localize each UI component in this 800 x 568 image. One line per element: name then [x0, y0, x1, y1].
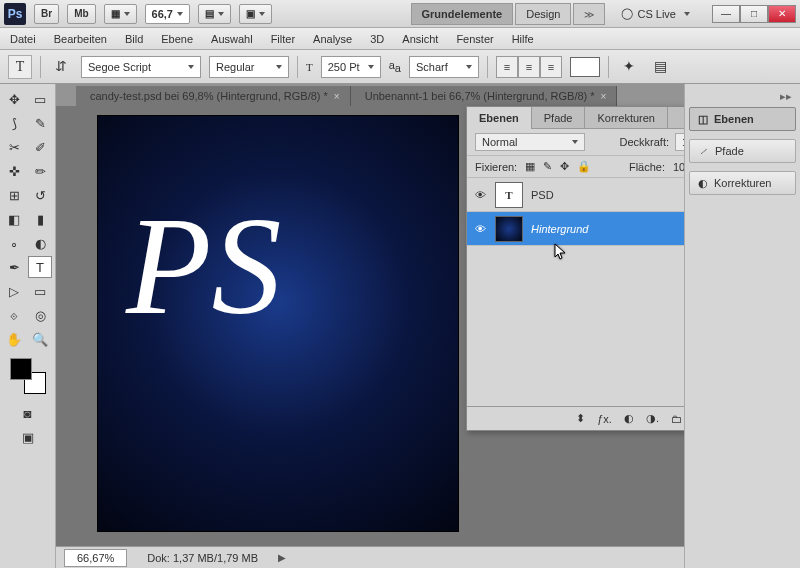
opacity-field[interactable]: 100%	[675, 133, 684, 151]
screenmode-tool[interactable]: ▣	[16, 426, 40, 448]
dodge-tool[interactable]: ◐	[28, 232, 52, 254]
close-tab-icon[interactable]: ×	[601, 91, 607, 102]
font-size-field[interactable]: 250 Pt	[321, 56, 381, 78]
blend-mode-field[interactable]: Normal	[475, 133, 585, 151]
minibridge-button[interactable]: Mb	[67, 4, 95, 24]
lock-all-icon[interactable]: 🔒	[577, 160, 591, 173]
menu-hilfe[interactable]: Hilfe	[512, 33, 534, 45]
eyedropper-tool[interactable]: ✐	[28, 136, 52, 158]
layer-thumbnail[interactable]	[495, 216, 523, 242]
zoom-level-field[interactable]: 66,7	[145, 4, 190, 24]
quickmask-button[interactable]: ◙	[16, 402, 40, 424]
warp-text-button[interactable]: ✦	[617, 55, 641, 79]
bridge-button[interactable]: Br	[34, 4, 59, 24]
workspace-tab-design[interactable]: Design	[515, 3, 571, 25]
menu-bild[interactable]: Bild	[125, 33, 143, 45]
align-right-button[interactable]: ≡	[540, 56, 562, 78]
eraser-tool[interactable]: ◧	[2, 208, 26, 230]
panel-tab-pfade[interactable]: Pfade	[532, 107, 586, 129]
dock-button-korrekturen[interactable]: ◐Korrekturen	[689, 171, 796, 195]
font-style-field[interactable]: Regular	[209, 56, 289, 78]
panel-tab-korrekturen[interactable]: Korrekturen	[585, 107, 667, 129]
tools-palette: ✥▭ ⟆✎ ✂✐ ✜✏ ⊞↺ ◧▮ ∘◐ ✒T ▷▭ ⟐◎ ✋🔍 ◙ ▣	[0, 84, 56, 568]
layer-row[interactable]: 👁 T PSD	[467, 178, 684, 212]
align-left-button[interactable]: ≡	[496, 56, 518, 78]
window-maximize-button[interactable]: □	[740, 5, 768, 23]
layer-thumbnail[interactable]: T	[495, 182, 523, 208]
window-minimize-button[interactable]: —	[712, 5, 740, 23]
stamp-tool[interactable]: ⊞	[2, 184, 26, 206]
hand-tool[interactable]: ✋	[2, 328, 26, 350]
layer-name[interactable]: PSD	[531, 189, 554, 201]
menu-ebene[interactable]: Ebene	[161, 33, 193, 45]
dock-collapse-icon[interactable]: ▸▸	[689, 90, 796, 107]
screen-mode-button[interactable]: ▣	[239, 4, 272, 24]
window-controls: — □ ✕	[712, 5, 796, 23]
type-tool[interactable]: T	[28, 256, 52, 278]
fill-field[interactable]: 100%	[673, 161, 684, 173]
cs-live-button[interactable]: ◯ CS Live	[613, 7, 698, 20]
gradient-tool[interactable]: ▮	[28, 208, 52, 230]
panel-tab-ebenen[interactable]: Ebenen	[467, 107, 532, 129]
text-color-swatch[interactable]	[570, 57, 600, 77]
zoom-tool[interactable]: 🔍	[28, 328, 52, 350]
dock-button-ebenen[interactable]: ◫Ebenen	[689, 107, 796, 131]
color-swatches[interactable]	[8, 356, 48, 396]
document-tab-0[interactable]: candy-test.psd bei 69,8% (Hintergrund, R…	[76, 86, 351, 106]
layer-fx-icon[interactable]: ƒx.	[597, 413, 612, 425]
brush-tool[interactable]: ✏	[28, 160, 52, 182]
menu-3d[interactable]: 3D	[370, 33, 384, 45]
align-center-button[interactable]: ≡	[518, 56, 540, 78]
menu-ansicht[interactable]: Ansicht	[402, 33, 438, 45]
text-orientation-button[interactable]: ⇵	[49, 55, 73, 79]
dock-button-pfade[interactable]: ⟋Pfade	[689, 139, 796, 163]
adjustment-layer-icon[interactable]: ◑.	[646, 412, 659, 425]
layer-group-icon[interactable]: 🗀	[671, 413, 682, 425]
workspace-more-button[interactable]: ≫	[573, 3, 605, 25]
menu-analyse[interactable]: Analyse	[313, 33, 352, 45]
window-close-button[interactable]: ✕	[768, 5, 796, 23]
paths-icon: ⟋	[698, 145, 709, 157]
healing-tool[interactable]: ✜	[2, 160, 26, 182]
antialias-field[interactable]: Scharf	[409, 56, 479, 78]
pen-tool[interactable]: ✒	[2, 256, 26, 278]
path-select-tool[interactable]: ▷	[2, 280, 26, 302]
menu-bearbeiten[interactable]: Bearbeiten	[54, 33, 107, 45]
font-family-field[interactable]: Segoe Script	[81, 56, 201, 78]
menu-datei[interactable]: Datei	[10, 33, 36, 45]
layer-mask-icon[interactable]: ◐	[624, 412, 634, 425]
arrange-documents-button[interactable]: ▤	[198, 4, 231, 24]
crop-tool[interactable]: ✂	[2, 136, 26, 158]
marquee-tool[interactable]: ▭	[28, 88, 52, 110]
visibility-icon[interactable]: 👁	[473, 189, 487, 201]
document-tab-1[interactable]: Unbenannt-1 bei 66,7% (Hintergrund, RGB/…	[351, 86, 618, 106]
lock-position-icon[interactable]: ✥	[560, 160, 569, 173]
status-menu-icon[interactable]: ▶	[278, 552, 286, 563]
lasso-tool[interactable]: ⟆	[2, 112, 26, 134]
menu-filter[interactable]: Filter	[271, 33, 295, 45]
lock-transparent-icon[interactable]: ▦	[525, 160, 535, 173]
menu-fenster[interactable]: Fenster	[456, 33, 493, 45]
3d-tool[interactable]: ⟐	[2, 304, 26, 326]
foreground-color[interactable]	[10, 358, 32, 380]
link-layers-icon[interactable]: ⬍	[576, 412, 585, 425]
close-tab-icon[interactable]: ×	[334, 91, 340, 102]
camera-tool[interactable]: ◎	[28, 304, 52, 326]
move-tool[interactable]: ✥	[2, 88, 26, 110]
blur-tool[interactable]: ∘	[2, 232, 26, 254]
character-panel-button[interactable]: ▤	[649, 55, 673, 79]
shape-tool[interactable]: ▭	[28, 280, 52, 302]
lock-pixels-icon[interactable]: ✎	[543, 160, 552, 173]
quickselect-tool[interactable]: ✎	[28, 112, 52, 134]
tool-preset-button[interactable]: T	[8, 55, 32, 79]
status-zoom-field[interactable]: 66,67%	[64, 549, 127, 567]
workspace-tab-grundelemente[interactable]: Grundelemente	[411, 3, 514, 25]
menu-auswahl[interactable]: Auswahl	[211, 33, 253, 45]
layer-name[interactable]: Hintergrund	[531, 223, 588, 235]
layer-row[interactable]: 👁 Hintergrund 🔒	[467, 212, 684, 246]
history-brush-tool[interactable]: ↺	[28, 184, 52, 206]
status-doc-size[interactable]: Dok: 1,37 MB/1,79 MB	[147, 552, 258, 564]
visibility-icon[interactable]: 👁	[473, 223, 487, 235]
document-canvas[interactable]: PS	[98, 116, 458, 531]
view-extras-button[interactable]: ▦	[104, 4, 137, 24]
